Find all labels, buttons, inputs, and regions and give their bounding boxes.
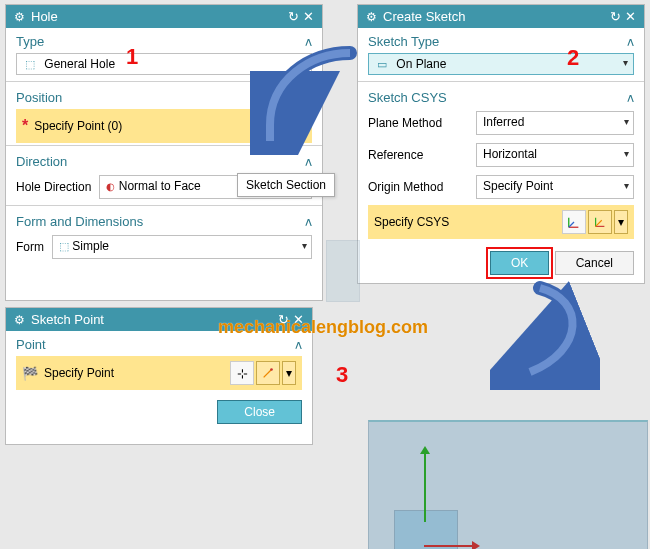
sketch-csys-section: Sketch CSYS ᴧ	[358, 84, 644, 107]
svg-point-9	[270, 368, 273, 371]
svg-line-7	[596, 220, 602, 226]
specify-point-label-2: Specify Point	[44, 366, 114, 380]
step-3-label: 3	[336, 362, 348, 388]
point-type-dropdown[interactable]: ▾	[282, 361, 296, 385]
required-asterisk-icon: *	[22, 117, 28, 135]
close-icon[interactable]: ✕	[303, 9, 314, 24]
gear-icon: ⚙	[366, 10, 377, 24]
specify-point-label: Specify Point (0)	[34, 119, 122, 133]
chevron-up-icon[interactable]: ᴧ	[295, 338, 302, 352]
csys-dialog-button[interactable]	[562, 210, 586, 234]
watermark-text: mechanicalengblog.com	[218, 317, 428, 338]
chevron-up-icon[interactable]: ᴧ	[305, 215, 312, 229]
cancel-button[interactable]: Cancel	[555, 251, 634, 275]
step-1-label: 1	[126, 44, 138, 70]
form-label: Form	[16, 240, 44, 254]
on-plane-icon: ▭	[375, 58, 389, 71]
origin-method-select[interactable]: Specify Point	[476, 175, 634, 199]
sketch-point-title: Sketch Point	[31, 312, 104, 327]
specify-csys-row[interactable]: Specify CSYS ▾	[368, 205, 634, 239]
chevron-up-icon[interactable]: ᴧ	[627, 91, 634, 105]
flag-icon: 🏁	[22, 366, 38, 381]
csys-type-dropdown[interactable]: ▾	[614, 210, 628, 234]
plane-method-label: Plane Method	[368, 116, 468, 130]
hole-title: Hole	[31, 9, 58, 24]
ok-button-highlight: OK	[488, 249, 551, 277]
origin-method-label: Origin Method	[368, 180, 468, 194]
sketch-type-value: On Plane	[396, 57, 446, 71]
svg-line-8	[264, 370, 272, 378]
chevron-up-icon[interactable]: ᴧ	[627, 35, 634, 49]
x-axis-icon	[424, 545, 474, 547]
sketch-type-select[interactable]: ▭ On Plane	[368, 53, 634, 75]
svg-line-4	[569, 222, 574, 227]
close-icon[interactable]: ✕	[625, 9, 636, 24]
hole-type-icon: ⬚	[23, 58, 37, 71]
create-sketch-title: Create Sketch	[383, 9, 465, 24]
close-button[interactable]: Close	[217, 400, 302, 424]
point-type-button[interactable]	[256, 361, 280, 385]
refresh-icon[interactable]: ↻	[288, 9, 299, 24]
step-2-label: 2	[567, 45, 579, 71]
ok-button[interactable]: OK	[490, 251, 549, 275]
gear-icon: ⚙	[14, 313, 25, 327]
point-constructor-button[interactable]: ⊹	[230, 361, 254, 385]
specify-point-row-2[interactable]: 🏁 Specify Point ⊹ ▾	[16, 356, 302, 390]
plane-method-select[interactable]: Inferred	[476, 111, 634, 135]
sketch-section-tooltip: Sketch Section	[237, 173, 335, 197]
csys-type-button[interactable]	[588, 210, 612, 234]
refresh-icon[interactable]: ↻	[610, 9, 621, 24]
form-select[interactable]: ⬚ Simple	[52, 235, 312, 259]
flow-arrow-1	[250, 45, 370, 155]
hole-direction-label: Hole Direction	[16, 180, 91, 194]
chevron-up-icon[interactable]: ᴧ	[305, 155, 312, 169]
flow-arrow-2	[490, 280, 600, 390]
reference-label: Reference	[368, 148, 468, 162]
create-sketch-header: ⚙ Create Sketch ↻ ✕	[358, 5, 644, 28]
form-section: Form and Dimensions ᴧ	[6, 208, 322, 231]
y-axis-icon	[424, 452, 426, 522]
specify-csys-label: Specify CSYS	[374, 215, 449, 229]
hole-type-value: General Hole	[44, 57, 115, 71]
reference-select[interactable]: Horizontal	[476, 143, 634, 167]
gear-icon: ⚙	[14, 10, 25, 24]
sketch-type-section: Sketch Type ᴧ	[358, 28, 644, 51]
hole-panel-header: ⚙ Hole ↻ ✕	[6, 5, 322, 28]
